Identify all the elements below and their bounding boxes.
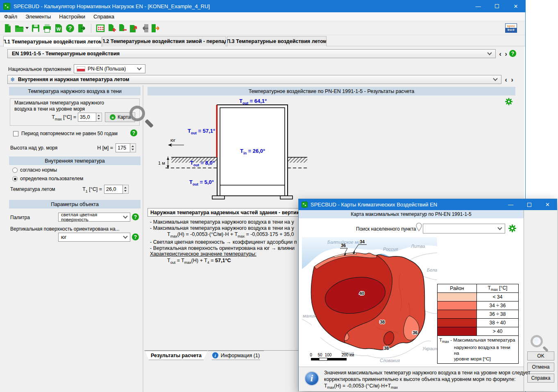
t1-input[interactable]: 26,0 [104,185,123,194]
svg-text:?: ? [68,25,72,32]
orientation-help-icon[interactable]: ? [132,233,139,240]
palette-combobox[interactable]: светлая цветная поверхность [58,213,130,222]
height-input[interactable]: 175 [116,143,130,152]
maximize-button[interactable] [488,0,506,12]
bottom-tab-info[interactable]: i Информация (1) [208,351,264,360]
info-badge-icon: i [304,371,319,386]
orientation-combobox[interactable]: юг [58,233,130,242]
specbud-logo: spec bud [505,23,517,33]
annex-combobox[interactable]: PN-EN (Польша) [74,64,145,73]
standard-combobox[interactable]: EN 1991-1-5 - Температурные воздействия [7,49,496,58]
return-period-checkbox[interactable] [13,131,18,136]
open-dropdown-arrow-icon[interactable] [25,27,29,29]
menu-file[interactable]: Файл [0,12,21,21]
section-next-arrow[interactable]: › [509,76,515,84]
results-header: Температурное воздействие по PN-EN 1991-… [147,87,515,95]
elements-list-button[interactable] [95,23,106,34]
dialog-subtitle: Карта максимальных температур по PN-EN 1… [299,210,524,218]
annex-value: PN-EN (Польша) [88,66,126,72]
next-element-button[interactable] [150,23,161,34]
return-period-label: Период повторяемости не равен 50 годам [21,131,118,136]
minimize-button[interactable]: — [469,0,488,12]
palette-help-icon[interactable]: ? [132,213,139,220]
toolbar: W ? [0,21,525,35]
shade-temp-header: Температура наружного воздуха в тени [9,87,141,95]
help-button-dialog[interactable]: Справка [527,374,554,383]
tmax-input[interactable]: 35,0 [78,113,96,122]
sea-label: Балтийское мо [327,240,360,245]
section-prev-arrow[interactable]: ‹ [503,76,509,84]
iso-label-40: 40 [359,291,364,296]
app-icon [3,3,10,10]
results-line-2: - Максимальная температура наружного воз… [150,225,298,231]
search-settings-gear-icon[interactable] [508,224,516,233]
object-params-header: Параметры объекта [9,200,141,208]
internal-temp-header: Внутренняя температура [9,156,141,165]
radio-user-defined-label: определена пользователем [20,176,83,181]
open-file-button[interactable] [14,23,25,34]
new-file-button[interactable] [2,23,13,34]
remove-element-button[interactable] [117,23,128,34]
standard-prev-arrow[interactable]: ‹ [497,50,503,58]
zoom-magnifier-icon[interactable] [531,335,543,347]
tab-p2-winter[interactable]: П.2 Температурные воздействия зимой - пе… [102,36,226,46]
results-settings-gear-icon[interactable] [505,98,513,106]
legend-header-tmax: Tmax [°C] [477,284,519,293]
menu-bar: Файл Элементы Настройки Справка [0,12,525,21]
save-button[interactable] [30,23,41,34]
exit-button[interactable] [76,23,87,34]
legend-row: 36 ÷ 38 [438,310,519,319]
export-word-button[interactable]: W [53,23,64,34]
cancel-button[interactable]: Отмена [527,363,554,372]
iso-label-se-36: 36 [413,330,417,335]
ok-button[interactable]: OK [527,351,554,360]
radio-user-defined[interactable] [12,176,18,181]
menu-elements[interactable]: Элементы [21,12,55,21]
tab-p1-summer[interactable]: П.1 Температурные воздействия летом [3,36,102,47]
scale-0: 0 [310,353,312,357]
add-element-button[interactable] [107,23,117,34]
bottom-tab-results[interactable]: Результаты расчета [145,351,207,360]
help-button[interactable]: ? [65,23,75,34]
legend-color-swatch [438,310,477,319]
building-diagram: 1 м юг [144,96,464,208]
legend-range: > 40 [477,327,519,336]
section-combobox[interactable]: ❄ Внутренняя и наружная температура лето… [7,75,501,84]
prev-element-button[interactable] [139,23,150,34]
tab-p3-summer[interactable]: П.3 Температурные воздействия летом [227,36,327,46]
legend-range: 36 ÷ 38 [477,310,519,319]
section-combobox-value: Внутренняя и наружная температура летом [18,77,129,82]
legend-range: 34 ÷ 36 [477,301,519,310]
print-button[interactable] [42,23,52,34]
logo-bottom-text: bud [506,28,517,32]
search-combobox[interactable] [423,224,505,233]
close-button[interactable]: ✕ [506,0,525,12]
copy-element-button[interactable] [128,23,138,34]
iso-label-coast-34: 34 [360,239,365,244]
dialog-maximize-button[interactable] [520,199,538,210]
standard-help-icon[interactable]: ? [509,50,516,57]
country-belarus: Беларус [427,267,437,272]
tmax-eq-label: Tmax [°C] = [41,114,76,121]
dialog-minimize-button[interactable]: — [501,199,520,210]
standard-next-arrow[interactable]: › [503,50,509,58]
tmax-spinner[interactable] [96,113,102,122]
return-period-help-icon[interactable]: ? [130,129,137,136]
height-spinner[interactable] [130,143,136,152]
south-arrow-label: юг [170,138,175,143]
legend-note: Tmax - Максимальная температуранаружного… [438,336,519,364]
dialog-close-button[interactable]: ✕ [538,199,557,210]
height-eq-label: H [м] = [86,145,113,151]
standard-combobox-value: EN 1991-1-5 - Температурные воздействия [12,51,120,57]
menu-help[interactable]: Справка [89,12,118,21]
cursor-magnifier-icon [129,106,145,121]
info-line-1: Значения максимальных температур наружно… [324,370,530,376]
radio-per-norm[interactable] [12,168,18,173]
panel-splitter[interactable] [143,85,143,392]
t1-spinner[interactable] [123,185,129,194]
poland-temperature-map[interactable]: 36 34 40 38 36 38 Балтийское мо Россия Л… [302,237,437,364]
legend-header-region: Район [438,284,477,293]
search-label: Поиск населенного пункта [356,226,413,232]
bottom-tab-info-label: Информация (1) [221,353,260,358]
menu-settings[interactable]: Настройки [55,12,89,21]
